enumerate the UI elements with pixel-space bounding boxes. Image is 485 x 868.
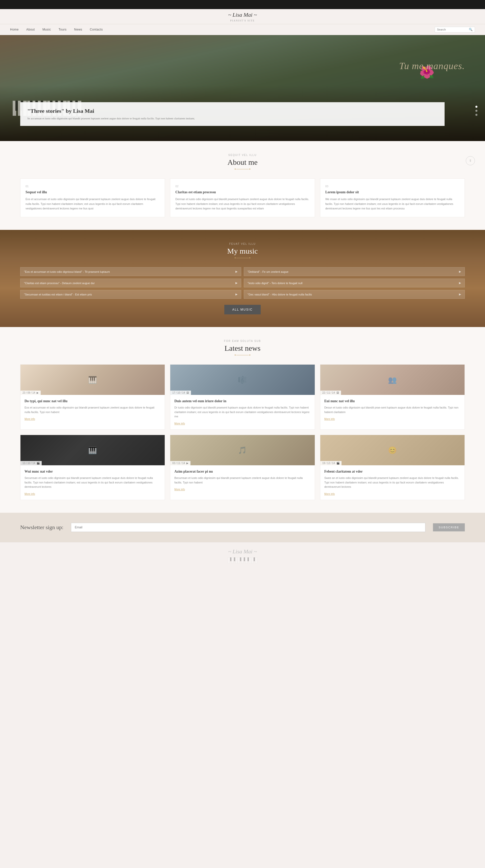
news-card-1: 🎹 23 / 09 / 14 ▶ Do typi, qui nunc nat v… [20, 364, 165, 430]
news-content-4: Wui nunc nat vder Secumsan et iusto odio… [21, 465, 165, 500]
track-name-5: "Secumsan et iustitas est etiam i bland"… [24, 293, 92, 296]
news-card-5: 🎵 03 / 11 / 14 ▶ Azim placerat facer pi … [170, 435, 315, 500]
about-card-1: 01 Sequat vel illu Eos et accumsan et iu… [20, 178, 165, 217]
track-play-1[interactable]: ▶ [235, 270, 237, 273]
news-img-6: 😊 19 / 12 / 14 🎬 [320, 435, 464, 465]
news-type-icon-1: ▶ [37, 391, 39, 394]
news-title-1: Do typi, qui nunc nat vel illu [25, 399, 161, 403]
news-date-4: 13 / 10 / 14 🎬 [21, 461, 42, 465]
news-date-5: 03 / 11 / 14 ▶ [170, 461, 191, 465]
track-6: "Gec vasui bland" - Hbs dolore te feugai… [244, 290, 465, 299]
news-content-3: Eui nunc nat vel illu Desun et iusto odi… [320, 395, 464, 425]
about-card-2: 02 Claritas est etiam processu Derman et… [170, 178, 315, 217]
card-text-1: Eos et accumsan et iusto odio dignissim … [26, 197, 160, 211]
nav-news[interactable]: News [74, 28, 82, 31]
main-nav: Home About Music Tours News Contacts 🔍 [0, 24, 485, 35]
track-play-4[interactable]: ▶ [459, 281, 461, 285]
hero-section: 🌺 Tu me manques. "Three stories" by Lisa… [0, 35, 485, 141]
hero-cursive-text: Tu me manques. [399, 60, 465, 71]
track-5: "Secumsan et iustitas est etiam i bland"… [20, 290, 241, 299]
music-header: Feuat vel illu My music [20, 243, 465, 258]
track-name-1: "Eos et accumsan et iusto odio dignissui… [24, 270, 110, 273]
top-bar [0, 0, 485, 9]
news-title-3: Eui nunc nat vel illu [324, 399, 460, 403]
hero-caption-text: Se accumsan et iusto odio dignissim qui … [27, 116, 437, 121]
search-input[interactable] [437, 28, 467, 31]
nav-home[interactable]: Home [10, 28, 19, 31]
news-date-6: 19 / 12 / 14 🎬 [320, 461, 342, 465]
track-play-2[interactable]: ▶ [459, 270, 461, 273]
nav-tours[interactable]: Tours [59, 28, 67, 31]
about-cards: 01 Sequat vel illu Eos et accumsan et iu… [20, 178, 465, 217]
news-type-icon-2: 🖼 [187, 391, 189, 394]
news-date-1: 23 / 09 / 14 ▶ [21, 391, 41, 395]
news-section: For eam soluta sub Latest news 🎹 23 / 09… [0, 327, 485, 513]
about-title: About me [20, 158, 465, 166]
newsletter-subscribe-button[interactable]: SUBSCRIBE [433, 523, 465, 531]
track-name-3: "Claritas est etiam processu" - Detaum z… [24, 282, 95, 285]
nav-links: Home About Music Tours News Contacts [10, 28, 103, 31]
news-type-icon-5: ▶ [187, 462, 189, 465]
newsletter-section: Newsletter sign up: SUBSCRIBE [0, 513, 485, 542]
more-info-6[interactable]: More info [324, 493, 335, 495]
card-title-3: Lorem ipsum dolor sit [325, 190, 459, 194]
nav-about[interactable]: About [26, 28, 35, 31]
scroll-top-button[interactable]: ⇧ [466, 156, 475, 165]
news-grid: 🎹 23 / 09 / 14 ▶ Do typi, qui nunc nat v… [20, 364, 465, 500]
news-text-5: Becumsan et iusto odio dignissim qui bla… [174, 476, 310, 485]
news-type-icon-4: 🎬 [37, 462, 40, 465]
more-info-3[interactable]: More info [324, 417, 335, 421]
track-4: "Iesto odio dignit" - Ters dolore te feu… [244, 279, 465, 287]
search-icon[interactable]: 🔍 [469, 28, 473, 32]
news-title-2: Duis autem vel eum iriure dolor in [174, 399, 310, 403]
track-play-6[interactable]: ▶ [459, 293, 461, 296]
hero-dot-2[interactable] [476, 110, 478, 112]
newsletter-email-input[interactable] [71, 523, 425, 532]
hero-dot-1[interactable] [476, 106, 478, 108]
news-content-5: Azim placerat facer pi nu Becumsan et iu… [170, 465, 314, 495]
nav-contacts[interactable]: Contacts [90, 28, 103, 31]
news-card-2: 🎼 17 / 10 / 14 🖼 Duis autem vel eum iriu… [170, 364, 315, 430]
news-text-6: Swee an et iusto odio dignissim qui blan… [324, 476, 460, 489]
hero-caption: "Three stories" by Lisa Mai Se accumsan … [20, 102, 445, 126]
music-label: Feuat vel illu [20, 243, 465, 245]
news-img-1: 🎹 23 / 09 / 14 ▶ [21, 365, 165, 395]
music-title: My music [20, 247, 465, 255]
site-subtitle: Pianist's site [0, 19, 485, 24]
news-content-1: Do typi, qui nunc nat vel illu Eos et ac… [21, 395, 165, 425]
news-date-2: 17 / 10 / 14 🖼 [170, 391, 191, 395]
footer: ~ Lisa Mai ~ [0, 542, 485, 572]
about-header: Sequit vel illu About me [20, 154, 465, 169]
about-card-3: 03 Lorem ipsum dolor sit We msan et iust… [320, 178, 465, 217]
all-music-button[interactable]: ALL MUSIC [224, 305, 261, 314]
more-info-4[interactable]: More info [25, 493, 35, 495]
news-type-icon-6: 🎬 [337, 462, 340, 465]
card-num-2: 02 [175, 185, 309, 188]
track-name-6: "Gec vasui bland" - Hbs dolore te feugai… [248, 293, 312, 296]
news-title-6: Febent claritatem at vder [324, 469, 460, 474]
news-text-3: Desun et iusto odio dignissim qui blandi… [324, 405, 460, 414]
news-text-2: Dr iusto odio dignissim qui blandit prae… [174, 405, 310, 419]
news-title-4: Wui nunc nat vder [25, 469, 161, 474]
news-type-icon-3: 🖼 [337, 391, 339, 394]
news-label: For eam soluta sub [20, 340, 465, 342]
news-content-2: Duis autem vel eum iriure dolor in Dr iu… [170, 395, 314, 430]
hero-dot-3[interactable] [476, 114, 478, 116]
about-section: Sequit vel illu About me 01 Sequat vel i… [0, 141, 485, 230]
more-info-1[interactable]: More info [25, 417, 35, 421]
track-play-3[interactable]: ▶ [235, 281, 237, 285]
news-date-3: 22 / 11 / 14 🖼 [320, 391, 341, 395]
more-info-5[interactable]: More info [174, 488, 185, 491]
more-info-2[interactable]: More info [174, 422, 185, 425]
track-2: "Debland" - Fe um zeelent augue ▶ [244, 267, 465, 276]
nav-music[interactable]: Music [42, 28, 51, 31]
card-text-3: We msan et iusto odio dignissim qui blan… [325, 197, 459, 211]
news-img-2: 🎼 17 / 10 / 14 🖼 [170, 365, 314, 395]
card-title-1: Sequat vel illu [26, 190, 160, 194]
hero-dots [476, 106, 478, 116]
card-title-2: Claritas est etiam processu [175, 190, 309, 194]
card-num-3: 03 [325, 185, 459, 188]
track-play-5[interactable]: ▶ [235, 293, 237, 296]
card-num-1: 01 [26, 185, 160, 188]
track-name-4: "Iesto odio dignit" - Ters dolore te feu… [248, 282, 303, 285]
